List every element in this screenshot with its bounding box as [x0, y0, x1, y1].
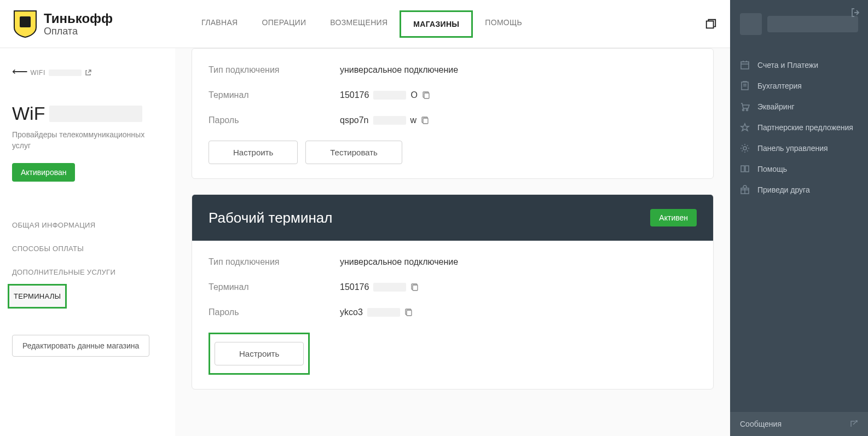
logo[interactable]: Тинькофф Оплата	[13, 10, 113, 38]
windows-icon[interactable]	[705, 18, 717, 30]
username-mask	[767, 16, 858, 32]
nav-main[interactable]: ГЛАВНАЯ	[189, 10, 250, 38]
right-item-accounting[interactable]: Бухгалтерия	[730, 75, 868, 96]
terminal-card-header: Рабочий терминал Активен	[192, 195, 713, 241]
top-nav: ГЛАВНАЯ ОПЕРАЦИИ ВОЗМЕЩЕНИЯ МАГАЗИНЫ ПОМ…	[189, 10, 534, 38]
shop-subtitle: Провайдеры телекоммуникационных услуг	[12, 130, 163, 151]
field-label-terminal: Терминал	[209, 90, 340, 100]
right-item-help[interactable]: Помощь	[730, 159, 868, 179]
copy-icon[interactable]	[410, 283, 419, 292]
redacted-mask	[373, 283, 406, 292]
topbar: Тинькофф Оплата ГЛАВНАЯ ОПЕРАЦИИ ВОЗМЕЩЕ…	[0, 0, 730, 48]
side-menu-terminals[interactable]: ТЕРМИНАЛЫ	[8, 284, 67, 309]
terminal-status-badge: Активен	[650, 209, 697, 226]
messages-footer[interactable]: Сообщения	[730, 412, 868, 436]
back-arrow-icon[interactable]: ⟵	[12, 65, 28, 78]
field-label-type: Тип подключения	[209, 257, 340, 267]
shop-code-prefix: WIFI	[30, 69, 45, 77]
password-prefix: qspo7n	[340, 115, 369, 125]
right-item-accounts[interactable]: Счета и Платежи	[730, 55, 868, 75]
terminal-card-1: Тип подключения универсальное подключени…	[192, 48, 714, 179]
messages-label: Сообщения	[740, 420, 782, 428]
redacted-mask	[367, 308, 400, 317]
svg-point-9	[747, 109, 748, 111]
password-prefix: ykco3	[340, 307, 363, 317]
field-value-type: универсальное подключение	[340, 65, 458, 75]
logo-title: Тинькофф	[44, 12, 113, 25]
side-menu-payment[interactable]: СПОСОБЫ ОПЛАТЫ	[12, 237, 163, 260]
svg-rect-6	[741, 62, 749, 69]
svg-point-8	[743, 109, 744, 111]
terminal-id-suffix: O	[410, 90, 417, 100]
right-item-label: Панель управления	[757, 144, 828, 153]
nav-shops[interactable]: МАГАЗИНЫ	[400, 10, 473, 38]
configure-highlight: Настроить	[209, 333, 310, 375]
shop-code: WIFI	[30, 69, 91, 77]
svg-rect-2	[424, 93, 429, 98]
terminal-id-prefix: 150176	[340, 282, 369, 292]
right-item-label: Бухгалтерия	[757, 82, 802, 90]
redacted-mask	[373, 116, 406, 125]
terminal-card-2: Рабочий терминал Активен Тип подключения…	[192, 194, 714, 390]
side-menu: ОБЩАЯ ИНФОРМАЦИЯ СПОСОБЫ ОПЛАТЫ ДОПОЛНИТ…	[12, 213, 163, 309]
field-label-password: Пароль	[209, 115, 340, 125]
edit-shop-button[interactable]: Редактировать данные магазина	[12, 335, 149, 357]
test-button[interactable]: Тестировать	[305, 141, 402, 164]
right-item-label: Эквайринг	[757, 102, 795, 111]
redacted-mask	[49, 106, 142, 122]
side-menu-general[interactable]: ОБЩАЯ ИНФОРМАЦИЯ	[12, 213, 163, 237]
nav-help[interactable]: ПОМОЩЬ	[473, 10, 534, 38]
logo-shield-icon	[13, 10, 37, 38]
field-label-type: Тип подключения	[209, 65, 340, 75]
copy-icon[interactable]	[421, 116, 430, 125]
external-link-icon[interactable]	[85, 69, 91, 76]
svg-rect-4	[413, 285, 418, 290]
redacted-mask	[373, 91, 406, 100]
right-menu: Счета и Платежи Бухгалтерия Эквайринг Па…	[730, 48, 868, 207]
svg-rect-3	[423, 118, 428, 124]
right-item-acquiring[interactable]: Эквайринг	[730, 96, 868, 117]
right-item-label: Партнерские предложения	[757, 123, 853, 132]
logo-subtitle: Оплата	[44, 26, 113, 36]
right-item-partners[interactable]: Партнерские предложения	[730, 117, 868, 138]
right-item-label: Счета и Платежи	[757, 61, 818, 69]
right-item-label: Приведи друга	[757, 185, 810, 194]
field-label-terminal: Терминал	[209, 282, 340, 292]
shop-title-prefix: WiF	[12, 103, 45, 124]
field-value-terminal: 150176	[340, 282, 419, 292]
copy-icon[interactable]	[422, 91, 431, 100]
right-panel-header	[730, 0, 868, 48]
main-content: Тип подключения универсальное подключени…	[175, 48, 730, 436]
svg-rect-5	[407, 310, 412, 316]
field-label-password: Пароль	[209, 307, 340, 317]
redacted-mask	[49, 69, 82, 76]
nav-refunds[interactable]: ВОЗМЕЩЕНИЯ	[318, 10, 400, 38]
compose-icon[interactable]	[849, 420, 858, 428]
copy-icon[interactable]	[404, 308, 413, 317]
side-menu-services[interactable]: ДОПОЛНИТЕЛЬНЫЕ УСЛУГИ	[12, 260, 163, 284]
field-value-password: qspo7n w	[340, 115, 430, 125]
nav-operations[interactable]: ОПЕРАЦИИ	[250, 10, 318, 38]
logout-icon[interactable]	[850, 8, 860, 18]
status-badge: Активирован	[12, 163, 75, 182]
terminal-card-title: Рабочий терминал	[209, 210, 332, 226]
right-item-refer[interactable]: Приведи друга	[730, 179, 868, 200]
configure-button[interactable]: Настроить	[209, 141, 298, 164]
terminal-id-prefix: 150176	[340, 90, 369, 100]
right-panel: Счета и Платежи Бухгалтерия Эквайринг Па…	[730, 0, 868, 436]
avatar	[740, 13, 762, 35]
svg-rect-0	[20, 16, 31, 27]
right-item-label: Помощь	[757, 165, 787, 173]
svg-rect-1	[707, 21, 714, 28]
field-value-terminal: 150176 O	[340, 90, 431, 100]
configure-button[interactable]: Настроить	[215, 342, 304, 365]
field-value-password: ykco3	[340, 307, 413, 317]
password-suffix: w	[410, 115, 417, 125]
svg-point-10	[743, 147, 747, 150]
shop-title: WiF	[12, 103, 163, 124]
right-item-control-panel[interactable]: Панель управления	[730, 138, 868, 159]
field-value-type: универсальное подключение	[340, 257, 458, 267]
left-sidebar: ⟵ WIFI WiF Провайдеры телекоммуникационн…	[0, 48, 175, 436]
